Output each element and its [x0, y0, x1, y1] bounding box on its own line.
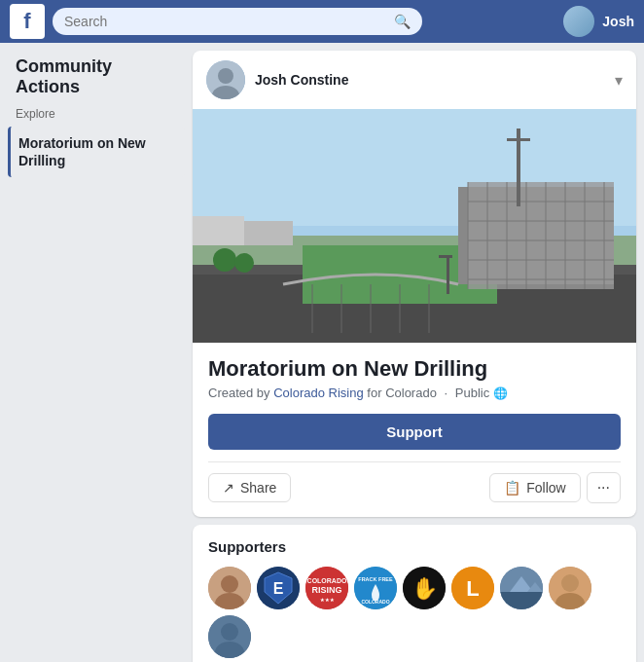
main-layout: Community Actions Explore Moratorium on …	[0, 43, 644, 662]
search-input[interactable]	[64, 14, 390, 29]
search-bar[interactable]: 🔍	[53, 8, 422, 35]
svg-point-38	[221, 575, 238, 593]
post-card: Josh Constine ▾	[193, 51, 636, 517]
top-navigation: f 🔍 Josh	[0, 0, 644, 43]
supporter-avatar[interactable]	[549, 567, 591, 609]
svg-point-59	[561, 574, 579, 592]
svg-rect-25	[507, 138, 530, 141]
svg-rect-34	[439, 255, 452, 258]
visibility-label: Public	[455, 386, 489, 400]
supporter-avatar[interactable]: COLORADO RISING ★ ★ ★	[305, 567, 348, 609]
follow-section: 📋 Follow ···	[489, 472, 621, 503]
follow-icon: 📋	[504, 480, 520, 496]
supporter-avatar[interactable]: E	[257, 567, 300, 609]
globe-icon: 🌐	[493, 386, 508, 400]
separator: ·	[445, 386, 448, 400]
sidebar: Community Actions Explore Moratorium on …	[0, 43, 185, 662]
support-button[interactable]: Support	[208, 414, 621, 450]
chevron-down-icon[interactable]: ▾	[615, 71, 623, 90]
sidebar-title: Community Actions	[8, 56, 185, 97]
share-button[interactable]: ↗ Share	[208, 473, 291, 502]
svg-point-36	[234, 253, 254, 273]
action-row: ↗ Share 📋 Follow ···	[208, 461, 621, 503]
hero-image	[193, 109, 636, 343]
supporter-avatar[interactable]: FRACK FREE COLORADO	[354, 567, 397, 609]
svg-rect-55	[500, 592, 543, 609]
facebook-logo[interactable]: f	[10, 4, 45, 39]
sidebar-item-label: Moratorium on New Drilling	[18, 134, 177, 169]
supporters-card: Supporters E	[193, 525, 636, 662]
nav-username: Josh	[602, 14, 634, 29]
share-icon: ↗	[223, 480, 234, 496]
svg-text:✋: ✋	[411, 575, 439, 602]
svg-text:RISING: RISING	[311, 585, 341, 595]
svg-rect-26	[193, 216, 244, 245]
svg-text:COLORADO: COLORADO	[307, 577, 347, 584]
supporter-avatar[interactable]: L	[451, 567, 494, 609]
svg-text:L: L	[466, 576, 479, 601]
svg-text:FRACK FREE: FRACK FREE	[358, 576, 393, 582]
supporter-avatar[interactable]	[208, 615, 251, 658]
main-content: Josh Constine ▾	[185, 43, 644, 662]
svg-text:COLORADO: COLORADO	[361, 599, 389, 605]
svg-point-35	[213, 248, 236, 272]
svg-point-62	[221, 623, 238, 641]
post-author: Josh Constine	[255, 72, 348, 88]
supporter-avatar[interactable]: ✋	[403, 567, 446, 609]
svg-rect-33	[447, 255, 449, 294]
explore-label: Explore	[8, 107, 185, 121]
svg-rect-27	[244, 221, 293, 245]
supporter-avatar[interactable]	[208, 567, 251, 609]
action-title: Moratorium on New Drilling	[208, 356, 621, 382]
supporter-avatar[interactable]	[500, 567, 543, 609]
post-header: Josh Constine ▾	[193, 51, 636, 109]
avatar[interactable]	[563, 6, 594, 37]
svg-text:★ ★ ★: ★ ★ ★	[320, 597, 336, 603]
creator-link[interactable]: Colorado Rising	[273, 386, 364, 400]
for-region: for Colorado	[367, 386, 437, 400]
sidebar-item-moratorium[interactable]: Moratorium on New Drilling	[8, 127, 185, 177]
search-icon: 🔍	[394, 14, 411, 29]
more-button[interactable]: ···	[587, 472, 621, 503]
nav-right: Josh	[563, 6, 634, 37]
svg-point-1	[218, 68, 233, 84]
supporters-title: Supporters	[208, 538, 621, 555]
follow-label: Follow	[526, 480, 565, 496]
svg-text:E: E	[273, 580, 284, 597]
created-by-label: Created by	[208, 386, 270, 400]
card-body: Moratorium on New Drilling Created by Co…	[193, 343, 636, 517]
svg-rect-10	[468, 182, 614, 289]
supporters-avatars: E COLORADO RISING ★ ★ ★ FR	[208, 567, 621, 658]
avatar	[206, 60, 245, 99]
action-meta: Created by Colorado Rising for Colorado …	[208, 386, 621, 400]
follow-button[interactable]: 📋 Follow	[489, 473, 580, 502]
share-label: Share	[240, 480, 276, 496]
